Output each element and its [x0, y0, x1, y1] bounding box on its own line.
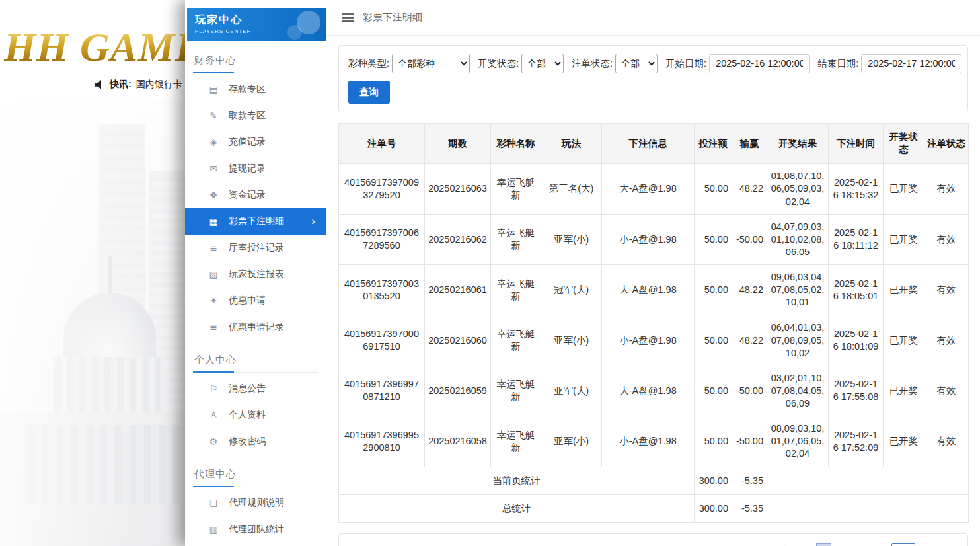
promo-apply-records-icon: ≡ [208, 322, 219, 332]
cell-draw_status: 已开奖 [884, 265, 924, 315]
cell-order_status: 有效 [924, 416, 969, 467]
promo-apply-icon: ✦ [208, 295, 219, 306]
draw-status-select[interactable]: 全部 [521, 54, 564, 73]
site-logo: HH GAME [4, 24, 204, 71]
cell-result: 06,04,01,03,07,08,09,05,10,02 [767, 315, 829, 366]
cell-order_status: 有效 [924, 315, 969, 366]
sidebar-section-heading: 财务中心 [193, 50, 318, 73]
sidebar-item-funds-records[interactable]: ❖资金记录 [185, 182, 326, 208]
filter-box: 彩种类型: 全部彩种 开奖状态: 全部 注单状态: [338, 45, 968, 112]
column-header: 注单号 [339, 124, 425, 164]
cell-winloss: 48.22 [732, 164, 767, 214]
cell-play: 亚军(大) [541, 366, 602, 416]
sidebar-nav: 财务中心▤存款专区✎取款专区◈充值记录✉提现记录❖资金记录▦彩票下注明细›≡厅室… [185, 50, 326, 543]
sidebar-section-heading: 个人中心 [193, 350, 318, 373]
cell-lottery: 幸运飞艇新 [491, 214, 541, 264]
sidebar-item-hall-bet-records[interactable]: ≡厅室投注记录 [185, 235, 326, 261]
sidebar-item-label: 取款专区 [229, 110, 266, 122]
search-button[interactable]: 查询 [348, 81, 390, 104]
column-header: 下注时间 [829, 124, 884, 164]
withdraw-zone-icon: ✎ [208, 110, 219, 121]
cell-result: 09,06,03,04,07,08,05,02,10,01 [767, 265, 829, 315]
column-header: 输赢 [732, 124, 767, 164]
cell-winloss: 48.22 [732, 315, 767, 366]
column-header: 期数 [425, 124, 491, 164]
cell-result: 03,02,01,10,07,08,04,05,06,09 [767, 366, 829, 416]
sidebar-item-announcements[interactable]: ⚐消息公告 [185, 375, 326, 402]
sidebar-item-withdraw-zone[interactable]: ✎取款专区 [185, 102, 326, 129]
sidebar-item-withdrawal-records[interactable]: ✉提现记录 [185, 155, 326, 182]
sidebar-item-lottery-bet-details[interactable]: ▦彩票下注明细› [185, 208, 326, 235]
summary-winloss: -5.35 [732, 494, 767, 522]
cell-period: 20250216059 [425, 366, 491, 416]
hall-bet-records-icon: ≡ [208, 243, 219, 253]
sidebar-item-recharge-records[interactable]: ◈充值记录 [185, 129, 326, 155]
table-row: 40156917396995290081020250216058幸运飞艇新亚军(… [339, 416, 969, 467]
player-center-panel: 玩家中心 PLAYERS CENTER 财务中心▤存款专区✎取款专区◈充值记录✉… [185, 0, 980, 546]
profile-icon: ♙ [208, 410, 219, 420]
start-date-label: 开始日期: [665, 58, 706, 70]
cell-order_no: 401569173969952900810 [339, 416, 425, 467]
cell-bet_info: 大-A盘@1.98 [602, 164, 695, 214]
table-header-row: 注单号期数彩种名称玩法下注信息投注额输赢开奖结果下注时间开奖状态注单状态 [339, 124, 969, 164]
cell-bet_info: 大-A盘@1.98 [602, 265, 695, 315]
content-area: 彩种类型: 全部彩种 开奖状态: 全部 注单状态: [326, 36, 980, 546]
menu-icon[interactable] [342, 13, 354, 22]
cell-play: 亚军(小) [541, 214, 602, 264]
cell-draw_status: 已开奖 [884, 416, 924, 467]
sidebar-item-deposit-zone[interactable]: ▤存款专区 [185, 76, 326, 102]
cell-order_status: 有效 [924, 366, 969, 416]
agent-team-stats-icon: ▥ [208, 524, 219, 535]
sidebar-section-heading: 代理中心 [193, 464, 318, 487]
cell-draw_status: 已开奖 [884, 315, 924, 366]
cell-result: 08,09,03,10,01,07,06,05,02,04 [767, 416, 829, 467]
table-row: 40156917397003013552020250216061幸运飞艇新冠军(… [339, 265, 969, 315]
sidebar-item-label: 优惠申请 [229, 295, 266, 307]
player-bet-report-icon: ▨ [208, 269, 219, 280]
cell-order_no: 401569173970006917510 [339, 315, 425, 366]
cell-draw_status: 已开奖 [884, 214, 924, 264]
sidebar-item-agent-team-stats[interactable]: ▥代理团队统计 [185, 516, 326, 543]
sidebar-title: 玩家中心 [195, 13, 318, 27]
sidebar-item-promo-apply-records[interactable]: ≡优惠申请记录 [185, 314, 326, 340]
sidebar-item-change-password[interactable]: ⚙修改密码 [185, 428, 326, 455]
sidebar-item-player-bet-report[interactable]: ▨玩家投注报表 [185, 261, 326, 288]
cell-lottery: 幸运飞艇新 [491, 265, 541, 315]
main-area: 彩票下注明细 彩种类型: 全部彩种 开奖状态: 全部 [326, 0, 980, 546]
order-status-label: 注单状态: [572, 58, 613, 70]
order-status-select[interactable]: 全部 [615, 54, 658, 73]
lottery-type-select[interactable]: 全部彩种 [392, 54, 470, 73]
cell-amount: 50.00 [695, 416, 732, 467]
start-date-input[interactable] [709, 54, 810, 73]
cell-order_status: 有效 [924, 214, 969, 264]
sidebar-item-label: 个人资料 [229, 409, 266, 421]
cell-lottery: 幸运飞艇新 [491, 164, 541, 214]
lottery-type-label: 彩种类型: [348, 58, 389, 70]
main-header: 彩票下注明细 [326, 0, 980, 36]
end-date-input[interactable] [861, 54, 961, 73]
cell-period: 20250216060 [425, 315, 491, 366]
cell-lottery: 幸运飞艇新 [491, 366, 541, 416]
cell-period: 20250216058 [425, 416, 491, 467]
sidebar-item-label: 资金记录 [229, 189, 266, 201]
chevron-right-icon: › [311, 215, 315, 228]
cell-order_status: 有效 [924, 265, 969, 315]
table-row: 40156917396997087121020250216059幸运飞艇新亚军(… [339, 366, 969, 416]
sidebar-item-agent-rules[interactable]: ❏代理规则说明 [185, 490, 326, 516]
column-header: 开奖结果 [767, 124, 829, 164]
cell-winloss: -50.00 [732, 214, 767, 264]
cell-lottery: 幸运飞艇新 [491, 416, 541, 467]
ticker-text: 国内银行卡 [136, 79, 182, 91]
table-summary: 当前页统计 300.00 -5.35 总统计 300.00 -5.35 [339, 467, 969, 522]
page-jump-input[interactable] [891, 543, 915, 546]
cell-play: 第三名(大) [541, 164, 602, 214]
sidebar-item-promo-apply[interactable]: ✦优惠申请 [185, 288, 326, 314]
sidebar-item-profile[interactable]: ♙个人资料 [185, 402, 326, 428]
cell-time: 2025-02-16 18:01:09 [829, 315, 884, 366]
column-header: 彩种名称 [491, 124, 541, 164]
cell-period: 20250216061 [425, 265, 491, 315]
summary-row-total: 总统计 300.00 -5.35 [339, 494, 969, 522]
column-header: 开奖状态 [884, 124, 924, 164]
cell-time: 2025-02-16 17:52:09 [829, 416, 884, 467]
recharge-records-icon: ◈ [208, 137, 219, 147]
